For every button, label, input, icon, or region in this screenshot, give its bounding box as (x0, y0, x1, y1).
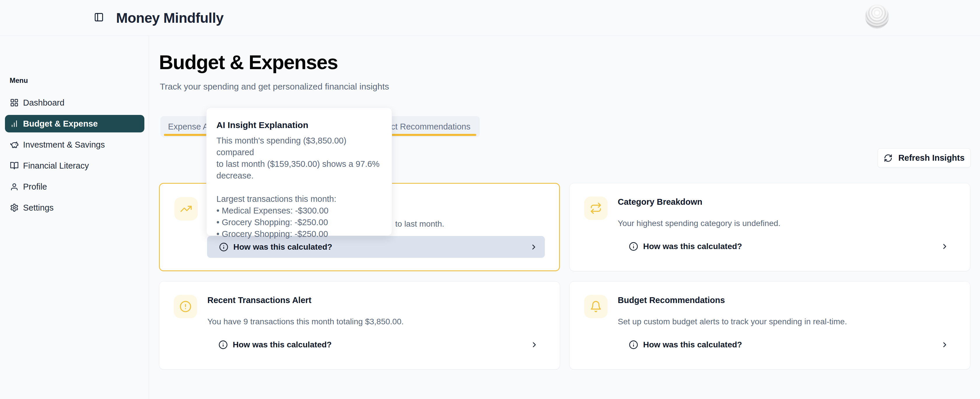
user-avatar[interactable] (865, 5, 889, 29)
tooltip-body-spending: This month's spending ($3,850.00) compar… (216, 135, 382, 181)
sidebar-item-label: Profile (23, 182, 47, 192)
ai-insight-tooltip: AI Insight Explanation This month's spen… (206, 108, 392, 236)
how-calculated-row[interactable]: How was this calculated? (617, 235, 956, 257)
card-description: Your highest spending category is undefi… (618, 218, 953, 229)
user-icon (10, 182, 19, 191)
sidebar-item-label: Budget & Expense (23, 119, 98, 129)
tooltip-body-transactions: Largest transactions this month: • Medic… (216, 193, 382, 240)
sidebar-menu-label: Menu (10, 76, 28, 84)
sidebar-item-dashboard[interactable]: Dashboard (5, 94, 145, 111)
card-title: Category Breakdown (618, 197, 702, 207)
sidebar-item-label: Dashboard (23, 98, 64, 108)
main-content: Budget & Expenses Track your spending an… (149, 36, 980, 399)
card-description: You have 9 transactions this month total… (207, 316, 542, 327)
sidebar-toggle-button[interactable] (94, 12, 104, 22)
card-description: Set up custom budget alerts to track you… (618, 316, 953, 327)
sidebar-item-label: Settings (23, 203, 54, 213)
app-header: Money Mindfully (0, 0, 980, 36)
chevron-right-icon (940, 242, 949, 251)
tooltip-title: AI Insight Explanation (216, 120, 382, 130)
sidebar-item-label: Investment & Savings (23, 140, 105, 149)
chevron-right-icon (530, 341, 538, 349)
info-icon (219, 242, 228, 252)
sidebar-item-budget-expense[interactable]: Budget & Expense (5, 115, 145, 132)
refresh-insights-button[interactable]: Refresh Insights (878, 148, 970, 168)
sidebar-item-profile[interactable]: Profile (5, 178, 145, 196)
sidebar-item-investment-savings[interactable]: Investment & Savings (5, 136, 145, 153)
gear-icon (10, 203, 19, 212)
sidebar-nav: Dashboard Budget & Expense Investment & … (0, 94, 149, 216)
app-title: Money Mindfully (116, 10, 223, 26)
info-icon (629, 242, 638, 251)
info-icon (218, 340, 228, 350)
chevron-right-icon (940, 341, 949, 349)
page-subtitle: Track your spending and get personalized… (160, 82, 389, 92)
how-calculated-label: How was this calculated? (233, 242, 332, 252)
sidebar-item-financial-literacy[interactable]: Financial Literacy (5, 157, 145, 175)
budget-recommendations-card: Budget Recommendations Set up custom bud… (570, 281, 970, 370)
how-calculated-row[interactable]: How was this calculated? (207, 334, 546, 356)
how-calculated-row[interactable]: How was this calculated? (617, 334, 956, 356)
book-open-icon (10, 161, 19, 170)
repeat-icon (584, 197, 608, 220)
how-calculated-label: How was this calculated? (233, 340, 332, 350)
recent-transactions-card: Recent Transactions Alert You have 9 tra… (159, 281, 560, 370)
sidebar-item-settings[interactable]: Settings (5, 199, 145, 216)
category-breakdown-card: Category Breakdown Your highest spending… (570, 183, 970, 271)
piggy-bank-icon (10, 140, 19, 149)
bar-chart-icon (10, 119, 19, 128)
refresh-icon (884, 154, 892, 162)
info-icon (629, 340, 638, 350)
alert-circle-icon (174, 295, 197, 318)
sidebar: Menu Dashboard Budget & Expense Investme… (0, 36, 149, 399)
card-title: Budget Recommendations (618, 296, 725, 305)
bell-icon (584, 295, 608, 318)
card-title: Recent Transactions Alert (207, 296, 312, 305)
trending-up-icon (174, 197, 198, 221)
how-calculated-label: How was this calculated? (643, 340, 742, 350)
dashboard-grid-icon (10, 98, 19, 107)
how-calculated-label: How was this calculated? (643, 242, 742, 251)
sidebar-item-label: Financial Literacy (23, 161, 89, 171)
refresh-insights-label: Refresh Insights (898, 153, 964, 163)
chevron-right-icon (530, 243, 538, 251)
page-title: Budget & Expenses (159, 51, 338, 73)
panel-left-icon (94, 12, 104, 22)
